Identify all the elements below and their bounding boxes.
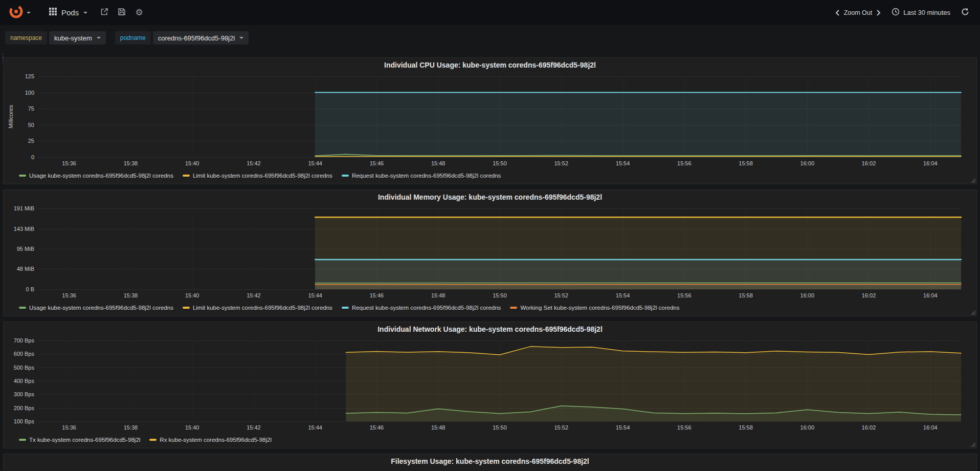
svg-text:15:50: 15:50	[493, 292, 507, 298]
clock-icon	[892, 8, 900, 17]
svg-text:15:48: 15:48	[431, 160, 446, 166]
svg-text:400 Bps: 400 Bps	[14, 378, 35, 384]
template-variables-bar: namespace kube-system podname coredns-69…	[0, 25, 980, 51]
legend-series-name: Request kube-system coredns-695f96dcd5-9…	[352, 173, 501, 179]
logo-menu-caret-icon	[27, 12, 31, 16]
legend-item[interactable]: Working Set kube-system coredns-695f96dc…	[510, 305, 679, 311]
svg-text:16:02: 16:02	[862, 160, 876, 166]
chevron-down-icon	[97, 37, 101, 41]
svg-text:16:00: 16:00	[800, 292, 815, 298]
network-usage-chart[interactable]: 100 Bps200 Bps300 Bps400 Bps500 Bps600 B…	[6, 336, 974, 434]
svg-text:15:42: 15:42	[247, 160, 261, 166]
grafana-logo[interactable]	[6, 3, 34, 23]
legend-item[interactable]: Tx kube-system coredns-695f96dcd5-98j2l	[19, 437, 140, 443]
svg-text:0: 0	[31, 154, 34, 160]
save-button[interactable]	[113, 4, 130, 22]
svg-text:15:58: 15:58	[739, 160, 753, 166]
svg-text:15:50: 15:50	[493, 160, 507, 166]
grafana-logo-icon	[9, 5, 23, 20]
svg-text:16:04: 16:04	[923, 160, 938, 166]
panel-resize-handle[interactable]	[970, 178, 975, 183]
legend-series-icon	[149, 439, 157, 441]
zoom-out-button[interactable]: Zoom Out	[844, 9, 873, 16]
svg-text:15:54: 15:54	[616, 424, 630, 431]
legend-series-icon	[19, 175, 26, 177]
share-button[interactable]	[96, 4, 113, 22]
legend-item[interactable]: Usage kube-system coredns-695f96dcd5-98j…	[19, 305, 173, 311]
svg-text:95 MiB: 95 MiB	[17, 246, 34, 252]
svg-text:15:56: 15:56	[677, 292, 692, 298]
legend-series-icon	[19, 307, 26, 309]
legend-series-name: Request kube-system coredns-695f96dcd5-9…	[352, 305, 501, 311]
svg-text:16:00: 16:00	[800, 424, 815, 431]
svg-text:15:46: 15:46	[370, 160, 384, 166]
cpu-usage-legend: Usage kube-system coredns-695f96dcd5-98j…	[4, 169, 976, 182]
chart-canvas: 0 B48 MiB95 MiB143 MiB191 MiB15:3615:381…	[6, 204, 974, 302]
variable-namespace-value-dropdown[interactable]: kube-system	[49, 31, 106, 45]
refresh-icon	[961, 8, 969, 17]
legend-series-icon	[19, 439, 26, 441]
svg-text:15:42: 15:42	[247, 424, 261, 431]
panel-resize-handle[interactable]	[970, 442, 975, 447]
variable-podname: podname coredns-695f96dcd5-98j2l	[115, 31, 249, 45]
legend-series-name: Limit kube-system coredns-695f96dcd5-98j…	[193, 173, 332, 179]
time-shift-left-button[interactable]	[832, 6, 843, 19]
panel-title[interactable]: Individual Network Usage: kube-system co…	[4, 322, 976, 336]
legend-item[interactable]: Limit kube-system coredns-695f96dcd5-98j…	[183, 173, 332, 179]
legend-item[interactable]: Rx kube-system coredns-695f96dcd5-98j2l	[149, 437, 272, 443]
svg-text:15:36: 15:36	[62, 424, 76, 431]
dashboard-title: Pods	[61, 8, 79, 17]
svg-text:25: 25	[28, 138, 34, 144]
svg-text:15:44: 15:44	[308, 292, 322, 298]
legend-item[interactable]: Usage kube-system coredns-695f96dcd5-98j…	[19, 173, 173, 179]
svg-text:0 B: 0 B	[26, 286, 34, 292]
legend-series-name: Limit kube-system coredns-695f96dcd5-98j…	[193, 305, 332, 311]
svg-text:15:52: 15:52	[554, 160, 569, 166]
svg-text:15:56: 15:56	[677, 424, 692, 431]
legend-item[interactable]: Limit kube-system coredns-695f96dcd5-98j…	[183, 305, 332, 311]
svg-text:15:44: 15:44	[308, 160, 322, 166]
svg-text:16:04: 16:04	[923, 424, 938, 431]
svg-text:15:40: 15:40	[185, 424, 199, 431]
legend-item[interactable]: Request kube-system coredns-695f96dcd5-9…	[342, 305, 501, 311]
legend-series-name: Working Set kube-system coredns-695f96dc…	[520, 305, 679, 311]
settings-button[interactable]: ⚙	[130, 4, 148, 22]
variable-podname-value-dropdown[interactable]: coredns-695f96dcd5-98j2l	[153, 31, 249, 45]
memory-usage-legend: Usage kube-system coredns-695f96dcd5-98j…	[4, 302, 976, 314]
legend-series-icon	[183, 307, 190, 309]
svg-text:100 Bps: 100 Bps	[14, 418, 35, 424]
svg-text:48 MiB: 48 MiB	[17, 266, 34, 272]
variable-namespace-label: namespace	[5, 31, 47, 45]
panel-title[interactable]: Filesystem Usage: kube-system coredns-69…	[4, 454, 976, 468]
svg-text:15:42: 15:42	[247, 292, 261, 298]
svg-text:15:54: 15:54	[616, 292, 630, 298]
svg-text:15:48: 15:48	[431, 292, 446, 298]
svg-text:300 Bps: 300 Bps	[14, 391, 35, 397]
legend-series-name: Rx kube-system coredns-695f96dcd5-98j2l	[160, 437, 272, 443]
svg-text:16:02: 16:02	[862, 424, 876, 431]
svg-text:15:40: 15:40	[185, 292, 199, 298]
legend-item[interactable]: Request kube-system coredns-695f96dcd5-9…	[342, 173, 501, 179]
memory-usage-chart[interactable]: 0 B48 MiB95 MiB143 MiB191 MiB15:3615:381…	[6, 204, 974, 302]
time-range-picker[interactable]: Last 30 minutes	[892, 8, 950, 17]
chart-canvas: 025507510012515:3615:3815:4015:4215:4415…	[6, 72, 974, 169]
panel-title[interactable]: Individual Memory Usage: kube-system cor…	[4, 190, 976, 204]
navbar: Pods ⚙	[0, 0, 980, 25]
panel-resize-handle[interactable]	[970, 310, 975, 315]
dashboard-grid: ⋮⋮ Individual CPU Usage: kube-system cor…	[0, 51, 980, 471]
panel-individual-memory-usage: Individual Memory Usage: kube-system cor…	[3, 189, 977, 316]
legend-series-icon	[342, 175, 349, 177]
svg-text:15:56: 15:56	[677, 160, 692, 166]
svg-text:15:58: 15:58	[739, 424, 753, 431]
dashboard-title-dropdown[interactable]: Pods	[49, 8, 87, 17]
refresh-button[interactable]	[956, 4, 974, 22]
panel-individual-cpu-usage: Individual CPU Usage: kube-system coredn…	[3, 57, 977, 184]
cpu-usage-chart[interactable]: 025507510012515:3615:3815:4015:4215:4415…	[6, 72, 974, 169]
gear-icon: ⚙	[136, 8, 143, 17]
time-shift-right-button[interactable]	[873, 6, 884, 19]
svg-text:15:52: 15:52	[554, 292, 569, 298]
panel-title[interactable]: Individual CPU Usage: kube-system coredn…	[4, 58, 976, 72]
chevron-down-icon	[239, 37, 243, 41]
legend-series-icon	[342, 307, 349, 309]
svg-text:500 Bps: 500 Bps	[14, 365, 35, 371]
